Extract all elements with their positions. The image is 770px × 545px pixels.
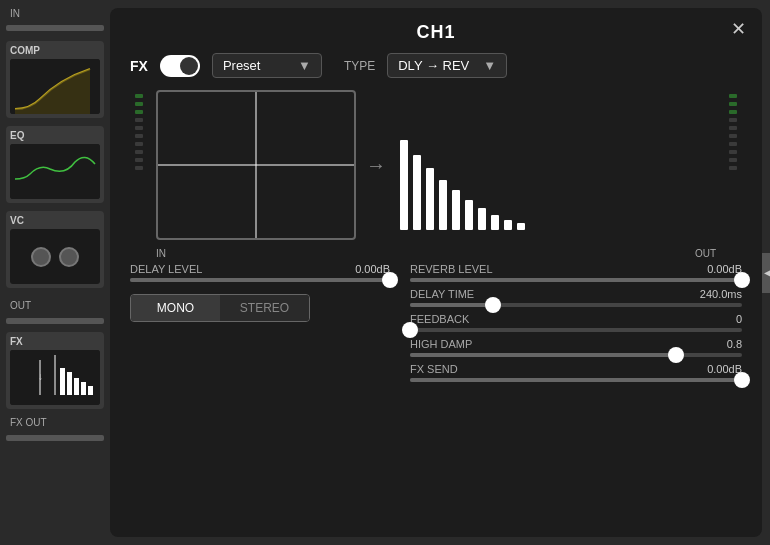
preset-label: Preset [223,58,261,73]
comp-section[interactable]: COMP [6,41,104,118]
toggle-knob [180,57,198,75]
sliders-section: DELAY LEVEL 0.00dB MONO STEREO [130,263,742,521]
delay-time-track[interactable] [410,303,742,307]
vc-label: VC [10,215,100,226]
vu-meter-left [130,90,148,240]
preset-dropdown[interactable]: Preset ▼ [212,53,322,78]
visualizers-row: → [130,90,742,240]
fx-label: FX [130,58,148,74]
left-sliders: DELAY LEVEL 0.00dB MONO STEREO [130,263,390,521]
delay-crosshair-horizontal [158,165,354,166]
delay-level-fill [130,278,390,282]
delay-time-thumb[interactable] [485,297,501,313]
comp-graph [10,59,100,114]
reverb-bar-3 [439,180,447,230]
type-label: TYPE [344,59,375,73]
comp-label: COMP [10,45,100,56]
feedback-label: FEEDBACK [410,313,469,325]
feedback-header: FEEDBACK 0 [410,313,742,325]
svg-text:↓: ↓ [38,371,43,382]
high-damp-header: HIGH DAMP 0.8 [410,338,742,350]
svg-rect-7 [67,372,72,395]
feedback-thumb[interactable] [402,322,418,338]
type-dropdown[interactable]: DLY → REV ▼ [387,53,507,78]
reverb-bar-0 [400,140,408,230]
vc-knob-2[interactable] [59,247,79,267]
delay-level-track[interactable] [130,278,390,282]
close-button[interactable]: ✕ [731,20,746,38]
fx-out-meter [6,435,104,441]
dropdown-arrow-icon: ▼ [298,58,311,73]
in-label: IN [156,248,166,259]
delay-time-header: DELAY TIME 240.0ms [410,288,742,300]
feedback-value: 0 [736,313,742,325]
svg-rect-9 [81,382,86,395]
svg-rect-8 [74,378,79,395]
reverb-bar-5 [465,200,473,230]
reverb-visualizer [396,90,716,240]
fx-preview-graph: ↓ [10,350,100,405]
controls-row: FX Preset ▼ TYPE DLY → REV ▼ [110,53,762,90]
delay-visualizer [156,90,356,240]
stereo-button[interactable]: STEREO [220,295,309,321]
delay-level-header: DELAY LEVEL 0.00dB [130,263,390,275]
fx-send-slider-row: FX SEND 0.00dB [410,363,742,382]
feedback-slider-row: FEEDBACK 0 [410,313,742,332]
sidebar: IN COMP EQ VC OUT FX [0,0,110,545]
feedback-track[interactable] [410,328,742,332]
fx-send-thumb[interactable] [734,372,750,388]
sidebar-in-meter [6,25,104,31]
fx-sidebar-label: FX [10,336,100,347]
delay-time-label: DELAY TIME [410,288,474,300]
out-label: OUT [695,248,716,259]
mono-stereo-toggle[interactable]: MONO STEREO [130,294,310,322]
reverb-bar-4 [452,190,460,230]
sidebar-in-label: IN [6,8,104,19]
delay-level-thumb[interactable] [382,272,398,288]
reverb-level-label: REVERB LEVEL [410,263,493,275]
delay-time-fill [410,303,493,307]
reverb-bar-9 [517,223,525,230]
high-damp-slider-row: HIGH DAMP 0.8 [410,338,742,357]
vu-meter-right [724,90,742,240]
reverb-level-track[interactable] [410,278,742,282]
panel-header: CH1 ✕ [110,8,762,53]
high-damp-label: HIGH DAMP [410,338,472,350]
high-damp-thumb[interactable] [668,347,684,363]
fx-toggle[interactable] [160,55,200,77]
fx-send-header: FX SEND 0.00dB [410,363,742,375]
delay-time-value: 240.0ms [700,288,742,300]
vc-section[interactable]: VC [6,211,104,288]
high-damp-track[interactable] [410,353,742,357]
vc-controls [10,229,100,284]
fx-send-track[interactable] [410,378,742,382]
sidebar-expand-tab[interactable]: ◀ [762,253,770,293]
fx-send-label: FX SEND [410,363,458,375]
vu-right-bars [729,90,737,240]
high-damp-value: 0.8 [727,338,742,350]
reverb-level-header: REVERB LEVEL 0.00dB [410,263,742,275]
reverb-bar-6 [478,208,486,230]
delay-level-label: DELAY LEVEL [130,263,202,275]
reverb-bar-1 [413,155,421,230]
svg-rect-10 [88,386,93,395]
fx-sidebar-section[interactable]: FX ↓ [6,332,104,409]
delay-level-slider-row: DELAY LEVEL 0.00dB [130,263,390,282]
mono-button[interactable]: MONO [131,295,220,321]
eq-section[interactable]: EQ [6,126,104,203]
panel-title: CH1 [416,22,455,43]
vu-left-bars [135,90,143,240]
svg-rect-6 [60,368,65,395]
reverb-bar-2 [426,168,434,230]
type-dropdown-arrow-icon: ▼ [483,58,496,73]
reverb-level-thumb[interactable] [734,272,750,288]
reverb-bar-7 [491,215,499,230]
arrow-right-icon: → [366,154,386,177]
main-panel: ◀ CH1 ✕ FX Preset ▼ TYPE DLY → REV ▼ [110,8,762,537]
fx-send-fill [410,378,742,382]
content-area: → [110,90,762,537]
right-sliders: REVERB LEVEL 0.00dB DELAY TIME 240.0ms [410,263,742,521]
vc-knob-1[interactable] [31,247,51,267]
arrow-connector: → [356,90,396,240]
type-value: DLY → REV [398,58,469,73]
